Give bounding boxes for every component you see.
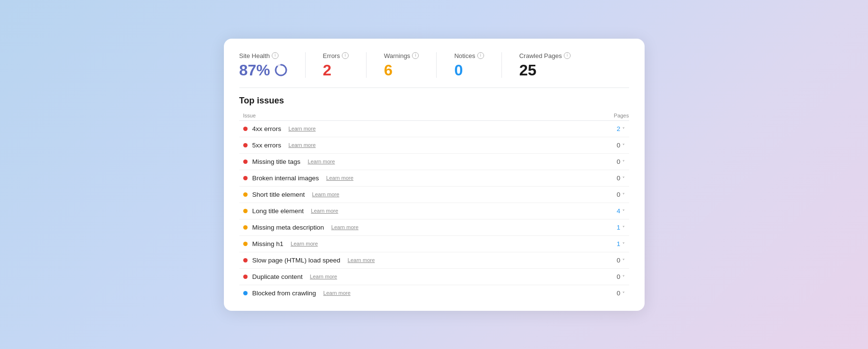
learn-more-link[interactable]: Learn more [326, 175, 353, 181]
errors-block: Errors i 2 [323, 52, 367, 78]
table-row[interactable]: Missing h1Learn more1 ˅ [239, 235, 629, 252]
chevron-down-icon: ˅ [621, 258, 625, 263]
site-health-block: Site Health i 87% [239, 52, 306, 78]
issue-name: 4xx errors [252, 125, 281, 132]
site-health-info-icon[interactable]: i [272, 52, 279, 59]
pages-cell[interactable]: 0 ˅ [582, 186, 629, 203]
pages-value: 0 [617, 290, 620, 297]
issue-dot [243, 242, 248, 246]
svg-point-1 [276, 65, 286, 75]
table-row[interactable]: Duplicate contentLearn more0 ˅ [239, 268, 629, 285]
pages-value: 0 [617, 273, 620, 280]
crawled-info-icon[interactable]: i [564, 52, 571, 59]
table-row[interactable]: Slow page (HTML) load speedLearn more0 ˅ [239, 252, 629, 268]
pages-value: 0 [617, 191, 620, 198]
table-row[interactable]: 5xx errorsLearn more0 ˅ [239, 137, 629, 153]
site-health-label: Site Health i [239, 52, 288, 59]
chevron-down-icon: ˅ [621, 160, 625, 165]
notices-info-icon[interactable]: i [477, 52, 484, 59]
issue-dot [243, 275, 248, 279]
col-pages: Pages [582, 111, 629, 121]
pages-cell[interactable]: 0 ˅ [582, 153, 629, 170]
issue-cell: Short title elementLearn more [239, 186, 583, 203]
warnings-block: Warnings i 6 [384, 52, 437, 78]
issue-name: Broken internal images [252, 174, 319, 182]
learn-more-link[interactable]: Learn more [331, 224, 358, 230]
issue-cell: 5xx errorsLearn more [239, 137, 583, 153]
chevron-down-icon: ˅ [621, 275, 625, 280]
pages-cell[interactable]: 0 ˅ [582, 170, 629, 186]
learn-more-link[interactable]: Learn more [289, 142, 316, 148]
table-row[interactable]: Short title elementLearn more0 ˅ [239, 186, 629, 203]
issue-name: Missing h1 [252, 240, 284, 247]
pages-value: 1 [617, 240, 620, 247]
pages-cell[interactable]: 0 ˅ [582, 252, 629, 268]
top-issues-title: Top issues [239, 96, 629, 106]
crawled-pages-block: Crawled Pages i 25 [519, 52, 588, 78]
chevron-down-icon: ˅ [621, 176, 625, 181]
issues-table: Issue Pages 4xx errorsLearn more2 ˅5xx e… [239, 111, 629, 301]
pages-value: 0 [617, 174, 620, 182]
chevron-down-icon: ˅ [621, 291, 625, 296]
pages-value: 1 [617, 224, 620, 231]
issue-cell: Slow page (HTML) load speedLearn more [239, 252, 583, 268]
issue-cell: Missing h1Learn more [239, 235, 583, 252]
issue-dot [243, 192, 248, 197]
issue-name: Short title element [252, 191, 305, 198]
learn-more-link[interactable]: Learn more [289, 126, 316, 131]
stats-row: Site Health i 87% Errors i 2 Warnings [239, 52, 629, 88]
learn-more-link[interactable]: Learn more [348, 257, 375, 263]
learn-more-link[interactable]: Learn more [308, 159, 335, 164]
issue-cell: Missing title tagsLearn more [239, 153, 583, 170]
issue-name: Blocked from crawling [252, 290, 316, 297]
health-ring-icon [274, 63, 288, 77]
table-row[interactable]: Broken internal imagesLearn more0 ˅ [239, 170, 629, 186]
notices-block: Notices i 0 [454, 52, 501, 78]
pages-value: 0 [617, 257, 620, 264]
learn-more-link[interactable]: Learn more [310, 274, 337, 279]
crawled-pages-value: 25 [519, 62, 571, 78]
issue-dot [243, 225, 248, 230]
site-health-value: 87% [239, 62, 288, 78]
table-row[interactable]: Missing title tagsLearn more0 ˅ [239, 153, 629, 170]
issue-dot [243, 176, 248, 180]
table-row[interactable]: Long title elementLearn more4 ˅ [239, 203, 629, 219]
pages-cell[interactable]: 0 ˅ [582, 285, 629, 301]
issue-name: Slow page (HTML) load speed [252, 257, 340, 264]
notices-value: 0 [454, 62, 484, 78]
warnings-label: Warnings i [384, 52, 419, 59]
table-row[interactable]: 4xx errorsLearn more2 ˅ [239, 120, 629, 137]
errors-value: 2 [323, 62, 349, 78]
crawled-pages-label: Crawled Pages i [519, 52, 571, 59]
learn-more-link[interactable]: Learn more [311, 208, 338, 214]
issue-cell: Long title elementLearn more [239, 203, 583, 219]
issue-dot [243, 291, 248, 295]
learn-more-link[interactable]: Learn more [291, 241, 318, 247]
chevron-down-icon: ˅ [621, 209, 625, 214]
col-issue: Issue [239, 111, 583, 121]
issue-cell: Blocked from crawlingLearn more [239, 285, 583, 301]
issue-name: Missing meta description [252, 224, 324, 231]
pages-value: 0 [617, 158, 620, 165]
issue-dot [243, 143, 248, 147]
chevron-down-icon: ˅ [621, 192, 625, 198]
pages-cell[interactable]: 1 ˅ [582, 235, 629, 252]
warnings-info-icon[interactable]: i [412, 52, 419, 59]
issue-name: Long title element [252, 207, 304, 215]
learn-more-link[interactable]: Learn more [324, 290, 351, 296]
pages-cell[interactable]: 1 ˅ [582, 219, 629, 235]
pages-cell[interactable]: 0 ˅ [582, 137, 629, 153]
warnings-value: 6 [384, 62, 419, 78]
pages-value: 0 [617, 142, 620, 149]
errors-info-icon[interactable]: i [342, 52, 349, 59]
site-health-card: Site Health i 87% Errors i 2 Warnings [224, 39, 645, 311]
table-row[interactable]: Missing meta descriptionLearn more1 ˅ [239, 219, 629, 235]
issue-name: Missing title tags [252, 158, 301, 165]
issue-name: Duplicate content [252, 273, 303, 280]
learn-more-link[interactable]: Learn more [312, 191, 339, 197]
pages-cell[interactable]: 0 ˅ [582, 268, 629, 285]
pages-cell[interactable]: 2 ˅ [582, 120, 629, 137]
pages-cell[interactable]: 4 ˅ [582, 203, 629, 219]
chevron-down-icon: ˅ [621, 225, 625, 231]
table-row[interactable]: Blocked from crawlingLearn more0 ˅ [239, 285, 629, 301]
